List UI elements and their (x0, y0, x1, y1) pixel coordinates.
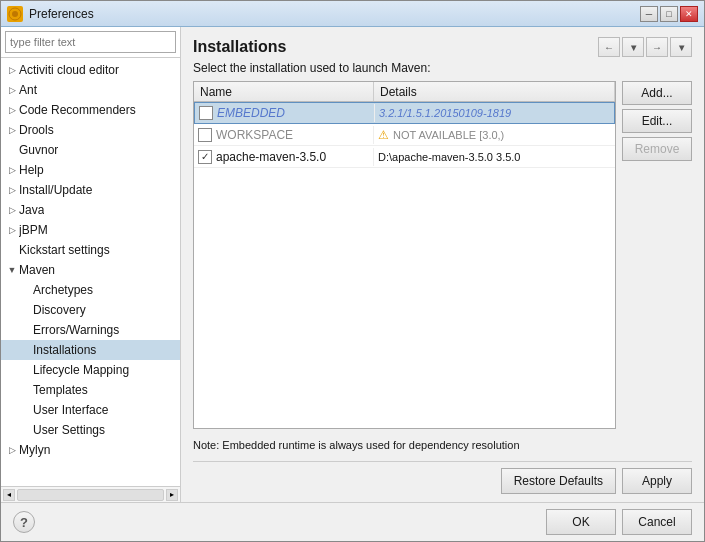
sidebar-item-install[interactable]: ▷ Install/Update (1, 180, 180, 200)
sidebar-item-help[interactable]: ▷ Help (1, 160, 180, 180)
name-cell: apache-maven-3.5.0 (194, 148, 374, 166)
sidebar-item-label: Drools (19, 123, 54, 137)
row-name: EMBEDDED (217, 106, 285, 120)
remove-button[interactable]: Remove (622, 137, 692, 161)
sidebar-item-label: Archetypes (33, 283, 93, 297)
row-checkbox[interactable] (199, 106, 213, 120)
sidebar-item-drools[interactable]: ▷ Drools (1, 120, 180, 140)
table-row[interactable]: WORKSPACE ⚠ NOT AVAILABLE [3.0,) (194, 124, 615, 146)
close-button[interactable]: ✕ (680, 6, 698, 22)
table-row[interactable]: EMBEDDED 3.2.1/1.5.1.20150109-1819 (194, 102, 615, 124)
expand-icon (5, 143, 19, 157)
sidebar-item-label: Installations (33, 343, 96, 357)
row-name: WORKSPACE (216, 128, 293, 142)
back-button[interactable]: ← (598, 37, 620, 57)
sidebar-item-label: Ant (19, 83, 37, 97)
sidebar-item-label: Install/Update (19, 183, 92, 197)
forward-dropdown[interactable]: ▾ (670, 37, 692, 57)
forward-arrow-icon: → (652, 42, 662, 53)
help-button[interactable]: ? (13, 511, 35, 533)
sidebar-item-activiti[interactable]: ▷ Activiti cloud editor (1, 60, 180, 80)
maximize-button[interactable]: □ (660, 6, 678, 22)
details-value: 3.2.1/1.5.1.20150109-1819 (379, 107, 511, 119)
sidebar-item-installations[interactable]: Installations (1, 340, 180, 360)
expand-icon: ▷ (5, 223, 19, 237)
ok-cancel-buttons: OK Cancel (546, 509, 692, 535)
titlebar-buttons: ─ □ ✕ (640, 6, 698, 22)
installations-table: Name Details EMBEDDED 3.2.1/1.5.1.201501… (193, 81, 616, 429)
expand-icon: ▷ (5, 163, 19, 177)
forward-button[interactable]: → (646, 37, 668, 57)
details-cell: D:\apache-maven-3.5.0 3.5.0 (374, 149, 615, 165)
minimize-button[interactable]: ─ (640, 6, 658, 22)
details-value: NOT AVAILABLE [3.0,) (393, 129, 504, 141)
sidebar-item-mylyn[interactable]: ▷ Mylyn (1, 440, 180, 460)
sidebar-item-java[interactable]: ▷ Java (1, 200, 180, 220)
window-title: Preferences (29, 7, 640, 21)
sidebar-item-code[interactable]: ▷ Code Recommenders (1, 100, 180, 120)
sidebar-item-discovery[interactable]: Discovery (1, 300, 180, 320)
name-cell: WORKSPACE (194, 126, 374, 144)
expand-icon (19, 363, 33, 377)
panel-header: Installations ← ▾ → ▾ (193, 37, 692, 57)
horizontal-scrollbar[interactable] (17, 489, 164, 501)
expand-icon (19, 423, 33, 437)
expand-icon: ▷ (5, 63, 19, 77)
restore-defaults-button[interactable]: Restore Defaults (501, 468, 616, 494)
panel-subtitle: Select the installation used to launch M… (193, 61, 692, 75)
right-panel: Installations ← ▾ → ▾ Select the (181, 27, 704, 502)
details-cell: 3.2.1/1.5.1.20150109-1819 (375, 105, 614, 121)
sidebar-item-errors[interactable]: Errors/Warnings (1, 320, 180, 340)
sidebar-item-label: Templates (33, 383, 88, 397)
sidebar-item-lifecycle[interactable]: Lifecycle Mapping (1, 360, 180, 380)
sidebar-item-label: Code Recommenders (19, 103, 136, 117)
tree-view: ▷ Activiti cloud editor ▷ Ant ▷ Code Rec… (1, 58, 180, 486)
back-arrow-icon: ← (604, 42, 614, 53)
row-checkbox[interactable] (198, 150, 212, 164)
filter-container (1, 27, 180, 58)
expand-icon (19, 403, 33, 417)
sidebar-item-label: User Interface (33, 403, 108, 417)
panel-bottom-buttons: Restore Defaults Apply (193, 461, 692, 494)
sidebar-item-label: jBPM (19, 223, 48, 237)
back-dropdown[interactable]: ▾ (622, 37, 644, 57)
installations-area: Name Details EMBEDDED 3.2.1/1.5.1.201501… (193, 81, 692, 429)
table-header: Name Details (194, 82, 615, 102)
scroll-right-btn[interactable]: ▸ (166, 489, 178, 501)
sidebar-item-label: Activiti cloud editor (19, 63, 119, 77)
filter-input[interactable] (5, 31, 176, 53)
expand-icon: ▼ (5, 263, 19, 277)
details-column-header: Details (374, 82, 615, 101)
name-column-header: Name (194, 82, 374, 101)
row-checkbox[interactable] (198, 128, 212, 142)
sidebar-item-templates[interactable]: Templates (1, 380, 180, 400)
apply-button[interactable]: Apply (622, 468, 692, 494)
sidebar-item-label: Lifecycle Mapping (33, 363, 129, 377)
expand-icon (19, 283, 33, 297)
sidebar-item-jbpm[interactable]: ▷ jBPM (1, 220, 180, 240)
details-value: D:\apache-maven-3.5.0 3.5.0 (378, 151, 520, 163)
scroll-left-btn[interactable]: ◂ (3, 489, 15, 501)
sidebar-item-usersettings[interactable]: User Settings (1, 420, 180, 440)
sidebar-item-label: User Settings (33, 423, 105, 437)
add-button[interactable]: Add... (622, 81, 692, 105)
sidebar-item-maven[interactable]: ▼ Maven (1, 260, 180, 280)
sidebar-item-archetypes[interactable]: Archetypes (1, 280, 180, 300)
expand-icon (5, 243, 19, 257)
warning-icon: ⚠ (378, 128, 389, 142)
sidebar-item-label: Kickstart settings (19, 243, 110, 257)
details-cell: ⚠ NOT AVAILABLE [3.0,) (374, 126, 615, 144)
sidebar-item-kickstart[interactable]: Kickstart settings (1, 240, 180, 260)
sidebar-item-userinterface[interactable]: User Interface (1, 400, 180, 420)
sidebar-item-label: Mylyn (19, 443, 50, 457)
titlebar: Preferences ─ □ ✕ (1, 1, 704, 27)
edit-button[interactable]: Edit... (622, 109, 692, 133)
ok-button[interactable]: OK (546, 509, 616, 535)
sidebar-item-guvnor[interactable]: Guvnor (1, 140, 180, 160)
sidebar-item-ant[interactable]: ▷ Ant (1, 80, 180, 100)
cancel-button[interactable]: Cancel (622, 509, 692, 535)
expand-icon: ▷ (5, 103, 19, 117)
expand-icon (19, 303, 33, 317)
sidebar-item-label: Guvnor (19, 143, 58, 157)
table-row[interactable]: apache-maven-3.5.0 D:\apache-maven-3.5.0… (194, 146, 615, 168)
